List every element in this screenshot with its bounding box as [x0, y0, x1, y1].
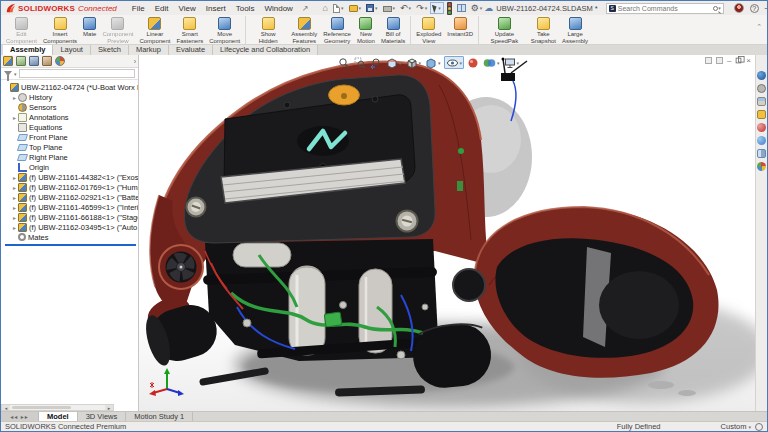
ribbon-button[interactable]: Linear Component Pattern	[136, 16, 173, 45]
search-icon[interactable]	[713, 6, 718, 11]
performance-stoplight-icon[interactable]	[445, 2, 454, 14]
search-dropdown-icon[interactable]: ▾	[718, 5, 721, 11]
tree-item[interactable]: Front Plane	[3, 132, 138, 142]
scrollbar-thumb[interactable]	[12, 406, 71, 409]
tree-item[interactable]: Annotations	[3, 112, 138, 122]
search-input[interactable]	[616, 5, 713, 12]
ribbon-button[interactable]: Smart Fasteners	[173, 16, 206, 45]
options-icon[interactable]	[757, 84, 766, 93]
units-globe-icon[interactable]	[755, 423, 763, 431]
save-button[interactable]: ▾	[364, 2, 380, 14]
view-palette-icon[interactable]	[757, 149, 766, 158]
undo-button[interactable]: ↶▾	[398, 2, 413, 14]
expand-arrow-icon[interactable]	[11, 174, 18, 181]
options-gear-button[interactable]: ⚙▾	[469, 2, 485, 14]
tree-item[interactable]: (f) UBW-21162-03495<1> ("Auto Co	[3, 222, 138, 232]
doc-tile-icon[interactable]	[716, 57, 723, 64]
tree-item[interactable]: (f) UBW-21162-01769<1> ("Human I	[3, 182, 138, 192]
edit-appearance-icon[interactable]	[466, 56, 480, 69]
ribbon-button[interactable]: Large Assembly Settings	[559, 16, 591, 45]
dimxpertmanager-tab-icon[interactable]	[42, 56, 52, 66]
doc-minimize-button[interactable]: –	[727, 56, 731, 65]
view-orientation-icon[interactable]: ▾	[405, 56, 423, 69]
tree-root-item[interactable]: UBW-21162-04724 (*U-Boat Worx NEMO	[3, 82, 138, 92]
doc-restore-button[interactable]	[736, 58, 742, 64]
tree-item[interactable]: (f) UBW-21161-44382<1> ("Exostruc	[3, 172, 138, 182]
filter-funnel-icon[interactable]	[4, 71, 12, 76]
search-commands-box[interactable]: S ▾	[606, 3, 724, 14]
document-tab[interactable]: Model	[39, 412, 78, 421]
featuremanager-tab-icon[interactable]	[3, 56, 13, 66]
scroll-right-icon[interactable]: ▸	[105, 405, 113, 410]
pin-menu-icon[interactable]: ↗	[302, 4, 309, 13]
print-button[interactable]: ▾	[381, 2, 398, 14]
ribbon-button[interactable]: Exploded View	[413, 16, 444, 45]
tree-filter-input[interactable]	[19, 69, 135, 78]
rollback-bar[interactable]	[5, 244, 136, 246]
ribbon-tab[interactable]: Assembly	[3, 45, 53, 55]
home-button[interactable]: ⌂	[321, 2, 330, 14]
ribbon-button[interactable]: Component Preview Window	[99, 16, 136, 45]
previous-view-icon[interactable]	[369, 56, 383, 69]
ribbon-tab[interactable]: Layout	[53, 45, 91, 55]
user-avatar[interactable]	[734, 3, 744, 13]
document-tab[interactable]: 3D Views	[78, 412, 127, 421]
ribbon-button[interactable]: New Motion Study	[354, 16, 378, 45]
ribbon-button[interactable]: Edit Component	[3, 16, 40, 45]
doc-close-button[interactable]: ×	[746, 56, 751, 65]
tab-scroll-buttons[interactable]: ◂◂ ▸▸	[1, 412, 39, 421]
ribbon-tab[interactable]: Lifecycle and Collaboration	[213, 45, 318, 55]
tree-item[interactable]: History	[3, 92, 138, 102]
display-style-icon[interactable]: ▾	[424, 56, 442, 69]
ribbon-button[interactable]: Bill of Materials	[378, 16, 411, 45]
expand-arrow-icon[interactable]	[11, 214, 18, 221]
menu-item[interactable]: Tools	[231, 4, 260, 13]
document-tab[interactable]: Motion Study 1	[126, 412, 193, 421]
3dexperience-icon[interactable]	[757, 71, 766, 80]
tree-horizontal-scrollbar[interactable]: ◂ ▸	[1, 404, 114, 411]
expand-arrow-icon[interactable]	[11, 204, 18, 211]
scenes-icon[interactable]	[757, 136, 766, 145]
propertymanager-tab-icon[interactable]	[16, 56, 26, 66]
filter-caret-icon[interactable]: ▾	[14, 71, 17, 77]
ribbon-button[interactable]: Reference Geometry	[320, 16, 354, 45]
menu-item[interactable]: Edit	[150, 4, 174, 13]
expand-arrow-icon[interactable]	[11, 114, 18, 121]
tree-item[interactable]: (f) UBW-21161-46599<1> ("Interior"	[3, 202, 138, 212]
expand-arrow-icon[interactable]	[11, 194, 18, 201]
appearances-icon[interactable]	[757, 123, 766, 132]
displaymanager-tab-icon[interactable]	[55, 56, 65, 66]
custom-properties-icon[interactable]	[757, 162, 766, 171]
tree-item[interactable]: Origin	[3, 162, 138, 172]
ribbon-button[interactable]: Instant3D	[444, 16, 479, 45]
scroll-left-icon[interactable]: ◂	[2, 405, 10, 410]
help-button[interactable]: ?	[750, 4, 759, 13]
ribbon-button[interactable]: Move Component	[206, 16, 246, 45]
ribbon-button[interactable]: Mate	[80, 16, 99, 45]
expand-arrow-icon[interactable]	[11, 224, 18, 231]
apply-scene-icon[interactable]: ▾	[482, 56, 501, 69]
ribbon-collapse-icon[interactable]: ⌃	[756, 23, 762, 31]
configurationmanager-tab-icon[interactable]	[29, 56, 39, 66]
ribbon-tab[interactable]: Evaluate	[169, 45, 213, 55]
zoom-to-fit-icon[interactable]	[337, 56, 351, 69]
tree-item[interactable]: Sensors	[3, 102, 138, 112]
ribbon-button[interactable]: Show Hidden Components	[248, 16, 288, 45]
zoom-to-area-icon[interactable]	[353, 56, 367, 69]
ribbon-tab[interactable]: Markup	[129, 45, 169, 55]
select-tool-button[interactable]: ▾	[430, 2, 444, 14]
manager-tabs-overflow-icon[interactable]: ›	[134, 58, 136, 65]
ribbon-button[interactable]: Assembly Features	[288, 16, 320, 45]
hide-show-items-icon[interactable]: ▾	[444, 56, 465, 69]
menu-item[interactable]: File	[127, 4, 150, 13]
doc-cascade-icon[interactable]	[705, 57, 712, 64]
configuration-selector[interactable]: Custom ▾	[721, 422, 751, 431]
ribbon-tab[interactable]: Sketch	[91, 45, 129, 55]
display-panes-button[interactable]	[455, 2, 468, 14]
menu-item[interactable]: Insert	[201, 4, 231, 13]
open-button[interactable]: ▾	[347, 2, 364, 14]
expand-arrow-icon[interactable]	[11, 184, 18, 191]
tree-item[interactable]: Top Plane	[3, 142, 138, 152]
section-view-icon[interactable]: ▾	[385, 56, 403, 69]
ribbon-button[interactable]: Update SpeedPak Subassemblies	[481, 16, 528, 45]
